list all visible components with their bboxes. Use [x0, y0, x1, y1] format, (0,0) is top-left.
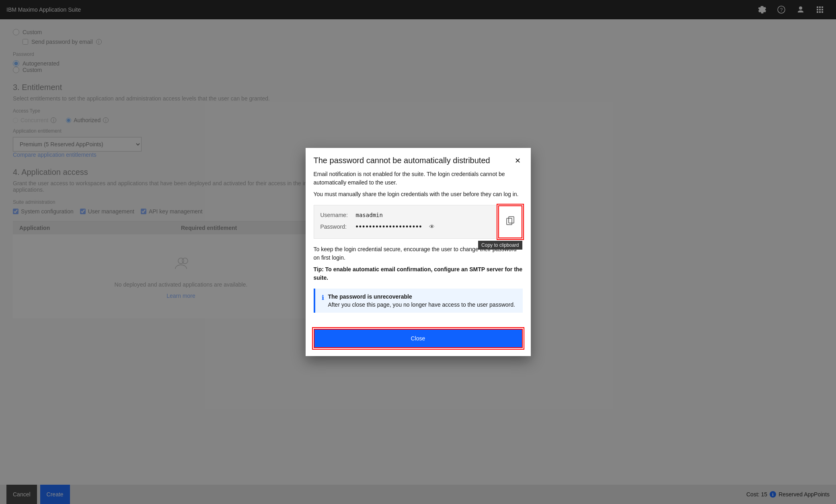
copy-to-clipboard-button[interactable]: [498, 205, 522, 238]
username-row: Username: masadmin: [320, 210, 492, 220]
info-banner-icon: ℹ: [322, 294, 324, 301]
close-icon: ✕: [515, 156, 521, 165]
modal-close-button[interactable]: ✕: [511, 154, 524, 167]
password-row: Password: •••••••••••••••••••• 👁: [320, 220, 492, 233]
modal-overlay: The password cannot be automatically dis…: [0, 0, 836, 485]
info-banner: ℹ The password is unrecoverable After yo…: [314, 289, 523, 313]
username-label: Username:: [320, 210, 353, 220]
copy-icon: [505, 216, 515, 227]
info-banner-text: After you close this page, you no longer…: [328, 301, 515, 308]
info-banner-content: The password is unrecoverable After you …: [328, 293, 515, 308]
modal-dialog: The password cannot be automatically dis…: [306, 148, 531, 356]
svg-rect-14: [507, 218, 512, 225]
modal-body: Email notification is not enabled for th…: [306, 170, 531, 329]
modal-header: The password cannot be automatically dis…: [306, 148, 531, 170]
modal-description-2: You must manually share the login creden…: [314, 190, 523, 199]
tip-text: Tip: To enable automatic email confirmat…: [314, 265, 523, 282]
credentials-container: Username: masadmin Password: •••••••••••…: [314, 205, 523, 239]
show-password-icon[interactable]: 👁: [429, 222, 435, 232]
username-value: masadmin: [356, 210, 383, 220]
modal-footer: Close: [306, 329, 531, 356]
modal-description-1: Email notification is not enabled for th…: [314, 170, 523, 187]
tip-content: To enable automatic email confirmation, …: [314, 266, 523, 281]
info-banner-title: The password is unrecoverable: [328, 293, 515, 300]
password-label: Password:: [320, 222, 353, 232]
credentials-box: Username: masadmin Password: •••••••••••…: [314, 205, 498, 238]
password-dots: ••••••••••••••••••••: [356, 220, 423, 233]
modal-close-action-button[interactable]: Close: [314, 329, 523, 348]
modal-title: The password cannot be automatically dis…: [314, 156, 511, 165]
tip-label: Tip:: [314, 266, 324, 272]
copy-button-wrapper: Copy to clipboard: [498, 205, 522, 238]
copy-tooltip: Copy to clipboard: [478, 241, 522, 250]
svg-rect-13: [509, 217, 514, 223]
